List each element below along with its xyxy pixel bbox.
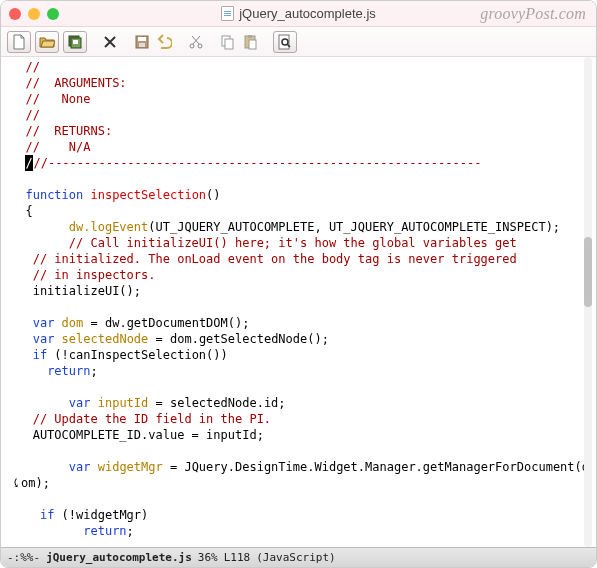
close-file-button[interactable]	[101, 31, 119, 53]
svg-point-6	[190, 44, 194, 48]
find-button[interactable]	[273, 31, 297, 53]
cut-icon	[188, 34, 204, 50]
open-folder-icon	[39, 34, 55, 50]
zoom-window-button[interactable]	[47, 8, 59, 20]
cut-button[interactable]	[187, 31, 205, 53]
window-title: jQuery_autocomplete.js	[239, 6, 376, 21]
save-stack-icon	[67, 34, 83, 50]
toolbar	[1, 27, 596, 57]
vertical-scrollbar[interactable]	[584, 57, 592, 547]
status-lang: (JavaScript)	[256, 551, 335, 564]
open-file-button[interactable]	[35, 31, 59, 53]
copy-icon	[220, 34, 236, 50]
undo-icon	[156, 34, 172, 50]
new-file-button[interactable]	[7, 31, 31, 53]
watermark: groovyPost.com	[480, 5, 586, 23]
status-percent: 36%	[198, 551, 218, 564]
svg-rect-11	[248, 35, 252, 38]
code-editor[interactable]: // // ARGUMENTS: // None // // RETURNS: …	[1, 57, 596, 547]
status-mode: -:%%-	[7, 551, 40, 564]
close-window-button[interactable]	[9, 8, 21, 20]
svg-rect-9	[225, 39, 233, 49]
svg-rect-2	[73, 40, 78, 44]
titlebar: jQuery_autocomplete.js groovyPost.com	[1, 1, 596, 27]
statusbar: -:%%- jQuery_autocomplete.js 36% L118 (J…	[1, 547, 596, 567]
search-page-icon	[277, 34, 293, 50]
paste-icon	[242, 34, 258, 50]
scrollbar-thumb[interactable]	[584, 237, 592, 307]
svg-point-7	[198, 44, 202, 48]
save-button[interactable]	[133, 31, 151, 53]
file-type-icon	[221, 6, 234, 21]
editor-viewport[interactable]: // // ARGUMENTS: // None // // RETURNS: …	[1, 57, 596, 547]
status-line: L118	[224, 551, 251, 564]
undo-button[interactable]	[155, 31, 173, 53]
status-filename: jQuery_autocomplete.js	[46, 551, 192, 564]
traffic-lights	[9, 8, 59, 20]
svg-rect-12	[249, 40, 256, 49]
paste-button[interactable]	[241, 31, 259, 53]
save-icon	[134, 34, 150, 50]
minimize-window-button[interactable]	[28, 8, 40, 20]
close-icon	[102, 34, 118, 50]
copy-button[interactable]	[219, 31, 237, 53]
svg-rect-5	[139, 43, 145, 47]
svg-rect-4	[138, 37, 146, 41]
save-all-button[interactable]	[63, 31, 87, 53]
new-file-icon	[11, 34, 27, 50]
